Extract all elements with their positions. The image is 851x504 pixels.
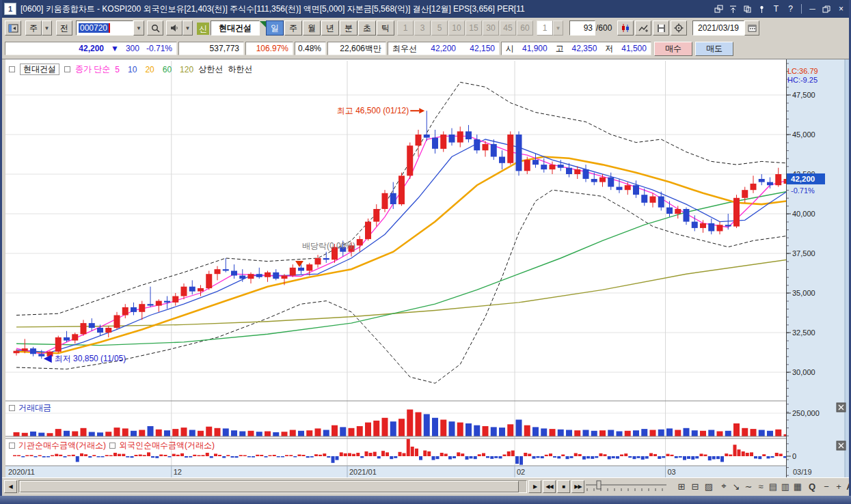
stop-icon[interactable]: ■ — [557, 480, 570, 493]
zoom-tool-icon[interactable]: Q — [805, 479, 819, 493]
week-dropdown-icon[interactable]: ▼ — [42, 20, 52, 36]
price-chart[interactable]: 2020/11122021/010203최고 46,500 (01/12)최저 … — [5, 59, 786, 478]
price-cell: 42,200 ▼ 300 -0.71% — [5, 42, 177, 55]
speaker-icon[interactable] — [166, 20, 183, 36]
compare-chart-icon[interactable]: ⊞ — [675, 479, 688, 493]
sell-button[interactable]: 매도 — [695, 42, 733, 56]
price-tick-label: 40,000 — [792, 210, 815, 218]
help-icon[interactable]: ? — [785, 3, 796, 14]
minute-button-15: 15 — [465, 20, 482, 36]
open-label: 시 — [506, 43, 514, 55]
period-button-틱[interactable]: 틱 — [377, 20, 394, 36]
lc-value: LC:36.79 — [787, 67, 818, 75]
scrollbar-thumb[interactable] — [20, 481, 519, 492]
x-axis-label: 02 — [517, 468, 525, 476]
period-button-년[interactable]: 년 — [321, 20, 339, 36]
minimize-icon[interactable]: ─ — [807, 3, 818, 14]
x-axis-label: 12 — [174, 468, 182, 476]
speed-slider[interactable] — [584, 479, 670, 496]
calendar-icon[interactable] — [744, 20, 759, 36]
period-button-분[interactable]: 분 — [340, 20, 357, 36]
save-icon[interactable] — [653, 20, 669, 36]
price-axis[interactable]: 47,50045,00042,50040,00037,50035,00032,5… — [786, 59, 849, 478]
prev-stock-button[interactable]: 전 — [56, 20, 72, 36]
panel-toggle-icon[interactable] — [5, 20, 21, 36]
title-bar[interactable]: 1 [0600] 키움종합차트 - KOSPI200 외국인보유[21,403(… — [0, 0, 851, 18]
best-bid: 42,150 — [470, 44, 495, 53]
mini-chart-icon[interactable]: ▦ — [791, 479, 805, 493]
line-style-icon[interactable] — [635, 20, 651, 36]
minute-button-3: 3 — [414, 20, 431, 36]
panel-chart-icon[interactable]: ▥ — [779, 479, 792, 493]
period-button-월[interactable]: 월 — [303, 20, 321, 36]
ex-dividend-annotation: 배당락(0.00%) — [302, 241, 355, 251]
volume-value: 537,773 — [210, 44, 239, 53]
stock-name: 현대건설 — [211, 20, 260, 36]
zoom-out-icon[interactable]: − — [820, 479, 833, 493]
x-axis-label: 03 — [668, 468, 676, 476]
netbuy-checkbox-icon[interactable] — [9, 443, 15, 449]
search-icon[interactable] — [147, 20, 163, 36]
volume-ratio: 106.97% — [256, 44, 288, 53]
scroll-left-icon[interactable]: ◀ — [4, 480, 17, 493]
week-quick-button[interactable]: 주 — [25, 20, 42, 36]
code-dropdown-icon[interactable]: ▼ — [133, 20, 144, 36]
high-value: 42,350 — [572, 44, 597, 53]
pin-icon[interactable] — [756, 3, 768, 14]
pattern-search-icon[interactable]: ▨ — [702, 479, 716, 493]
period-button-일[interactable]: 일 — [266, 20, 284, 36]
high-label: 고 — [556, 43, 564, 55]
send-top-icon[interactable] — [727, 3, 739, 14]
speaker-dropdown-icon[interactable]: ▼ — [183, 20, 193, 36]
legend-checkbox-icon[interactable] — [9, 66, 15, 72]
legend-ma-10: 10 — [128, 65, 137, 74]
netbuy-checkbox-icon[interactable] — [109, 443, 116, 449]
grid-chart-icon[interactable]: ▤ — [766, 479, 780, 493]
rewind-icon[interactable]: ◀◀ — [543, 480, 556, 493]
date-field[interactable]: 2021/03/19 — [692, 20, 744, 36]
quote-bar: 42,200 ▼ 300 -0.71% 537,773 106.97% 0.48… — [2, 40, 849, 59]
ohl-cell: 시 41,900 고 42,350 저 41,500 — [501, 42, 651, 55]
overlay-chart-icon[interactable]: ⊟ — [688, 479, 702, 493]
play-icon[interactable]: ▶ — [528, 480, 541, 493]
volume-axis-label: 250,000 — [792, 409, 820, 417]
window-bottom-border — [0, 496, 851, 504]
current-price: 42,200 — [79, 44, 104, 53]
forward-icon[interactable]: ▶▶ — [571, 480, 584, 493]
volume-ratio-cell: 106.97% — [245, 42, 293, 55]
legend-checkbox-icon[interactable] — [64, 66, 70, 72]
period-button-주[interactable]: 주 — [284, 20, 302, 36]
multi-line-icon[interactable]: ≈ — [754, 479, 768, 493]
volume-cell: 537,773 — [178, 42, 244, 55]
price-change: 300 — [126, 44, 139, 53]
stock-code-input[interactable]: 000720 — [76, 20, 133, 36]
hc-value: HC:-9.25 — [787, 76, 818, 84]
open-value: 41,900 — [522, 44, 548, 53]
minute-button-10: 10 — [448, 20, 465, 36]
turnover-rate-cell: 0.48% — [295, 42, 326, 55]
crosshair-tool-icon[interactable]: ⌖ — [717, 479, 731, 493]
price-tick-label: 32,500 — [792, 328, 815, 337]
window-title: [0600] 키움종합차트 - KOSPI200 외국인보유[21,403(천)… — [21, 3, 525, 15]
buy-button[interactable]: 매수 — [654, 42, 692, 56]
wave-line-icon[interactable]: ∼ — [742, 479, 755, 493]
candle-style-icon[interactable] — [617, 20, 634, 36]
trade-value: 22,606백만 — [340, 43, 381, 55]
legend-lower-band: 하한선 — [228, 64, 252, 75]
period-button-초[interactable]: 초 — [358, 20, 376, 36]
volume-checkbox-icon[interactable] — [9, 405, 15, 411]
restore-icon[interactable] — [821, 3, 833, 14]
trendline-tool-icon[interactable]: ↘ — [729, 479, 743, 493]
high-annotation: 최고 46,500 (01/12) — [337, 106, 409, 115]
turnover-rate: 0.48% — [298, 44, 321, 53]
window-controls-separator — [801, 4, 802, 14]
legend-upper-band: 상한선 — [198, 64, 223, 75]
x-axis-label: 2021/01 — [349, 468, 377, 476]
minute-select: 1 — [537, 20, 553, 36]
popup-icon[interactable] — [713, 3, 725, 14]
text-tool-icon[interactable]: T — [770, 3, 782, 14]
copy-window-icon[interactable] — [742, 3, 753, 14]
low-label: 저 — [605, 43, 613, 55]
settings-gear-icon[interactable] — [671, 20, 687, 36]
close-icon[interactable]: × — [835, 3, 847, 14]
